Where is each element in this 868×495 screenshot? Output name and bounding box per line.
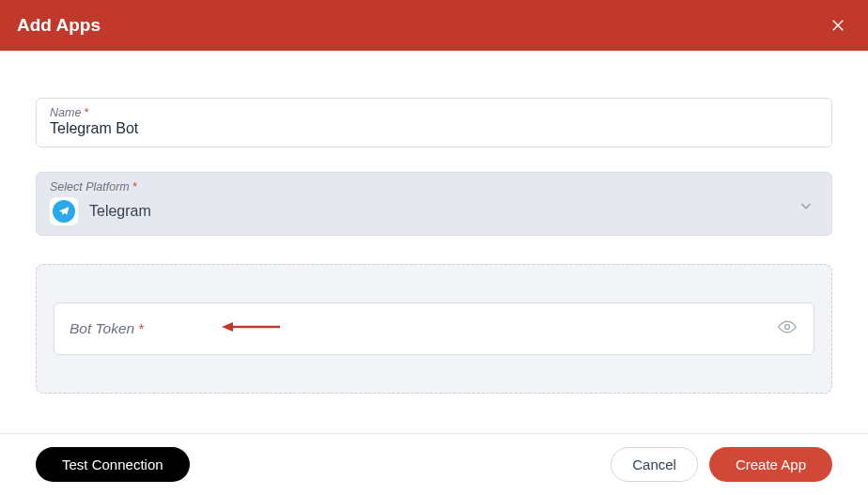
name-field-group[interactable]: Name *: [36, 98, 832, 147]
eye-icon: [778, 317, 797, 336]
svg-marker-3: [222, 322, 233, 332]
platform-label: Select Platform *: [50, 180, 818, 193]
credentials-section: Bot Token *: [36, 264, 832, 394]
close-button[interactable]: [825, 12, 851, 39]
arrow-annotation-icon: [222, 320, 280, 337]
dialog-header: Add Apps: [0, 0, 868, 51]
create-app-button[interactable]: Create App: [709, 447, 832, 482]
telegram-icon: [50, 197, 78, 225]
platform-selected-row: Telegram: [50, 197, 818, 225]
footer-right-actions: Cancel Create App: [611, 447, 832, 482]
dialog-title: Add Apps: [17, 15, 101, 36]
platform-selected-value: Telegram: [89, 203, 151, 220]
toggle-visibility-button[interactable]: [778, 317, 797, 340]
test-connection-button[interactable]: Test Connection: [36, 447, 190, 482]
svg-point-4: [785, 325, 790, 330]
chevron-down-icon: [798, 197, 814, 218]
close-icon: [829, 17, 846, 34]
name-input[interactable]: [50, 120, 818, 137]
platform-select[interactable]: Select Platform * Telegram: [36, 172, 832, 236]
name-label: Name *: [50, 106, 818, 119]
dialog-content: Name * Select Platform * Telegram Bot To…: [0, 51, 868, 412]
dialog-footer: Test Connection Cancel Create App: [0, 433, 868, 495]
cancel-button[interactable]: Cancel: [611, 447, 698, 482]
bot-token-label: Bot Token *: [70, 320, 145, 337]
bot-token-field-group[interactable]: Bot Token *: [54, 302, 814, 355]
